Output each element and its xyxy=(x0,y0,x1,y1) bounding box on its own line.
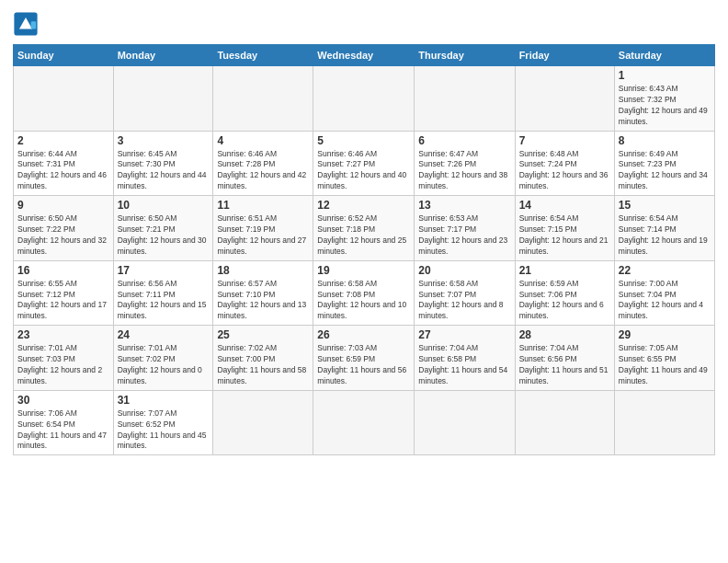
calendar-cell: 25Sunrise: 7:02 AMSunset: 7:00 PMDayligh… xyxy=(213,326,313,391)
calendar-week-6: 30Sunrise: 7:06 AMSunset: 6:54 PMDayligh… xyxy=(14,390,715,455)
day-number: 11 xyxy=(217,199,309,212)
day-info: Sunrise: 6:46 AMSunset: 7:28 PMDaylight:… xyxy=(217,149,309,193)
day-number: 6 xyxy=(418,134,510,147)
calendar-cell: 21Sunrise: 6:59 AMSunset: 7:06 PMDayligh… xyxy=(515,260,614,326)
day-info: Sunrise: 6:43 AMSunset: 7:32 PMDaylight:… xyxy=(619,84,711,128)
day-number: 21 xyxy=(519,264,610,277)
day-info: Sunrise: 7:01 AMSunset: 7:03 PMDaylight:… xyxy=(17,343,109,387)
page-header xyxy=(13,11,715,37)
day-number: 10 xyxy=(118,199,210,212)
day-number: 14 xyxy=(519,199,610,212)
day-info: Sunrise: 6:50 AMSunset: 7:21 PMDaylight:… xyxy=(118,213,210,258)
day-number: 23 xyxy=(17,328,109,341)
calendar-cell xyxy=(213,66,313,132)
calendar-cell: 24Sunrise: 7:01 AMSunset: 7:02 PMDayligh… xyxy=(113,326,213,391)
calendar-cell xyxy=(515,390,614,455)
calendar-week-2: 2Sunrise: 6:44 AMSunset: 7:31 PMDaylight… xyxy=(14,131,715,196)
calendar-page: SundayMondayTuesdayWednesdayThursdayFrid… xyxy=(0,0,728,563)
calendar-cell: 10Sunrise: 6:50 AMSunset: 7:21 PMDayligh… xyxy=(113,196,213,261)
day-info: Sunrise: 6:46 AMSunset: 7:27 PMDaylight:… xyxy=(317,149,410,193)
calendar-cell: 29Sunrise: 7:05 AMSunset: 6:55 PMDayligh… xyxy=(614,326,714,391)
day-number: 20 xyxy=(418,264,510,277)
day-number: 31 xyxy=(118,394,210,407)
day-number: 25 xyxy=(217,328,309,341)
calendar-cell: 3Sunrise: 6:45 AMSunset: 7:30 PMDaylight… xyxy=(113,131,213,196)
day-info: Sunrise: 6:45 AMSunset: 7:30 PMDaylight:… xyxy=(118,149,210,193)
calendar-cell: 16Sunrise: 6:55 AMSunset: 7:12 PMDayligh… xyxy=(14,260,114,326)
day-number: 27 xyxy=(418,328,510,341)
day-info: Sunrise: 6:57 AMSunset: 7:10 PMDaylight:… xyxy=(217,279,309,323)
calendar-cell: 12Sunrise: 6:52 AMSunset: 7:18 PMDayligh… xyxy=(313,196,415,261)
day-info: Sunrise: 6:44 AMSunset: 7:31 PMDaylight:… xyxy=(17,149,109,193)
day-info: Sunrise: 7:06 AMSunset: 6:54 PMDaylight:… xyxy=(17,408,109,453)
calendar-cell: 1Sunrise: 6:43 AMSunset: 7:32 PMDaylight… xyxy=(614,66,714,132)
calendar-cell: 19Sunrise: 6:58 AMSunset: 7:08 PMDayligh… xyxy=(313,260,415,326)
day-info: Sunrise: 6:49 AMSunset: 7:23 PMDaylight:… xyxy=(619,149,711,193)
day-number: 8 xyxy=(619,134,711,147)
day-info: Sunrise: 7:05 AMSunset: 6:55 PMDaylight:… xyxy=(619,343,711,387)
day-info: Sunrise: 6:58 AMSunset: 7:08 PMDaylight:… xyxy=(317,279,410,323)
day-number: 30 xyxy=(17,394,109,407)
calendar-cell: 14Sunrise: 6:54 AMSunset: 7:15 PMDayligh… xyxy=(515,196,614,261)
day-number: 1 xyxy=(619,69,711,82)
calendar-cell: 9Sunrise: 6:50 AMSunset: 7:22 PMDaylight… xyxy=(14,196,114,261)
day-info: Sunrise: 6:53 AMSunset: 7:17 PMDaylight:… xyxy=(418,213,510,258)
day-info: Sunrise: 7:01 AMSunset: 7:02 PMDaylight:… xyxy=(118,343,210,387)
calendar-cell: 27Sunrise: 7:04 AMSunset: 6:58 PMDayligh… xyxy=(415,326,515,391)
calendar-week-3: 9Sunrise: 6:50 AMSunset: 7:22 PMDaylight… xyxy=(14,196,715,261)
day-number: 26 xyxy=(317,328,410,341)
svg-rect-2 xyxy=(31,21,37,29)
column-header-friday: Friday xyxy=(515,45,614,66)
calendar-cell: 22Sunrise: 7:00 AMSunset: 7:04 PMDayligh… xyxy=(614,260,714,326)
calendar-cell xyxy=(313,390,415,455)
day-info: Sunrise: 7:04 AMSunset: 6:56 PMDaylight:… xyxy=(519,343,610,387)
calendar-cell: 26Sunrise: 7:03 AMSunset: 6:59 PMDayligh… xyxy=(313,326,415,391)
day-number: 28 xyxy=(519,328,610,341)
day-number: 7 xyxy=(519,134,610,147)
calendar-cell: 6Sunrise: 6:47 AMSunset: 7:26 PMDaylight… xyxy=(415,131,515,196)
day-info: Sunrise: 7:00 AMSunset: 7:04 PMDaylight:… xyxy=(619,279,711,323)
day-number: 3 xyxy=(118,134,210,147)
column-header-saturday: Saturday xyxy=(614,45,714,66)
calendar-cell: 31Sunrise: 7:07 AMSunset: 6:52 PMDayligh… xyxy=(113,390,213,455)
day-number: 2 xyxy=(17,134,109,147)
column-header-monday: Monday xyxy=(113,45,213,66)
day-info: Sunrise: 6:55 AMSunset: 7:12 PMDaylight:… xyxy=(17,279,109,323)
calendar-cell: 20Sunrise: 6:58 AMSunset: 7:07 PMDayligh… xyxy=(415,260,515,326)
calendar-cell: 23Sunrise: 7:01 AMSunset: 7:03 PMDayligh… xyxy=(14,326,114,391)
day-number: 15 xyxy=(619,199,711,212)
calendar-header-row: SundayMondayTuesdayWednesdayThursdayFrid… xyxy=(14,45,715,66)
day-info: Sunrise: 7:02 AMSunset: 7:00 PMDaylight:… xyxy=(217,343,309,387)
day-info: Sunrise: 6:54 AMSunset: 7:15 PMDaylight:… xyxy=(519,213,610,258)
calendar-cell: 2Sunrise: 6:44 AMSunset: 7:31 PMDaylight… xyxy=(14,131,114,196)
calendar-cell xyxy=(515,66,614,132)
day-info: Sunrise: 7:03 AMSunset: 6:59 PMDaylight:… xyxy=(317,343,410,387)
day-info: Sunrise: 6:52 AMSunset: 7:18 PMDaylight:… xyxy=(317,213,410,258)
day-info: Sunrise: 6:47 AMSunset: 7:26 PMDaylight:… xyxy=(418,149,510,193)
calendar-week-1: 1Sunrise: 6:43 AMSunset: 7:32 PMDaylight… xyxy=(14,66,715,132)
column-header-thursday: Thursday xyxy=(415,45,515,66)
calendar-cell: 8Sunrise: 6:49 AMSunset: 7:23 PMDaylight… xyxy=(614,131,714,196)
day-number: 12 xyxy=(317,199,410,212)
day-info: Sunrise: 6:54 AMSunset: 7:14 PMDaylight:… xyxy=(619,213,711,258)
calendar-cell xyxy=(614,390,714,455)
day-info: Sunrise: 6:59 AMSunset: 7:06 PMDaylight:… xyxy=(519,279,610,323)
day-number: 19 xyxy=(317,264,410,277)
calendar-cell: 7Sunrise: 6:48 AMSunset: 7:24 PMDaylight… xyxy=(515,131,614,196)
calendar-cell: 11Sunrise: 6:51 AMSunset: 7:19 PMDayligh… xyxy=(213,196,313,261)
day-number: 5 xyxy=(317,134,410,147)
calendar-cell xyxy=(415,390,515,455)
calendar-week-4: 16Sunrise: 6:55 AMSunset: 7:12 PMDayligh… xyxy=(14,260,715,326)
column-header-sunday: Sunday xyxy=(14,45,114,66)
calendar-cell xyxy=(14,66,114,132)
calendar-cell: 13Sunrise: 6:53 AMSunset: 7:17 PMDayligh… xyxy=(415,196,515,261)
day-number: 17 xyxy=(118,264,210,277)
day-number: 24 xyxy=(118,328,210,341)
day-info: Sunrise: 7:07 AMSunset: 6:52 PMDaylight:… xyxy=(118,408,210,453)
day-number: 13 xyxy=(418,199,510,212)
calendar-cell: 28Sunrise: 7:04 AMSunset: 6:56 PMDayligh… xyxy=(515,326,614,391)
column-header-tuesday: Tuesday xyxy=(213,45,313,66)
calendar-cell: 5Sunrise: 6:46 AMSunset: 7:27 PMDaylight… xyxy=(313,131,415,196)
day-number: 22 xyxy=(619,264,711,277)
day-info: Sunrise: 6:48 AMSunset: 7:24 PMDaylight:… xyxy=(519,149,610,193)
